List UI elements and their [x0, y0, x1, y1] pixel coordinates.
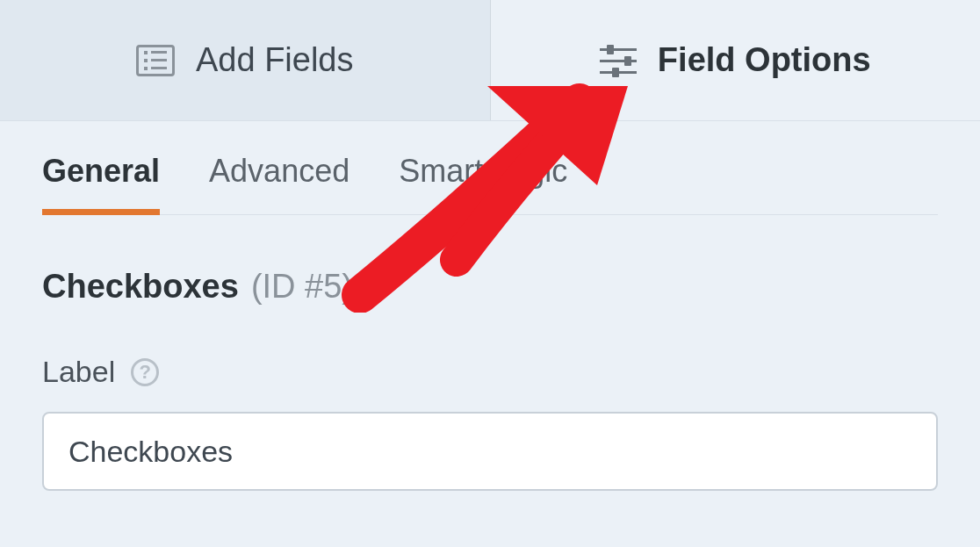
tab-field-options[interactable]: Field Options	[491, 0, 981, 120]
sub-tab-general[interactable]: General	[42, 153, 160, 214]
label-input[interactable]	[42, 412, 938, 491]
sub-tab-general-label: General	[42, 153, 160, 189]
field-title-row: Checkboxes (ID #5)	[42, 268, 938, 306]
sub-tab-smart-logic[interactable]: Smart Logic	[399, 153, 567, 214]
tab-add-fields-label: Add Fields	[196, 41, 354, 79]
label-title: Label	[42, 355, 115, 389]
list-icon	[136, 45, 175, 76]
tab-add-fields[interactable]: Add Fields	[0, 0, 490, 120]
top-tabs: Add Fields Field Options	[0, 0, 980, 121]
help-icon-glyph: ?	[139, 361, 150, 384]
sliders-icon	[600, 45, 637, 76]
field-id: (ID #5)	[251, 268, 353, 306]
content-panel: General Advanced Smart Logic Checkboxes …	[0, 121, 980, 491]
tab-field-options-label: Field Options	[658, 41, 871, 79]
help-icon[interactable]: ?	[131, 358, 159, 386]
label-row: Label ?	[42, 355, 938, 389]
sub-tab-smart-logic-label: Smart Logic	[399, 153, 567, 189]
field-name: Checkboxes	[42, 268, 239, 306]
sub-tabs: General Advanced Smart Logic	[42, 153, 938, 215]
sub-tab-advanced-label: Advanced	[209, 153, 349, 189]
sub-tab-advanced[interactable]: Advanced	[209, 153, 349, 214]
